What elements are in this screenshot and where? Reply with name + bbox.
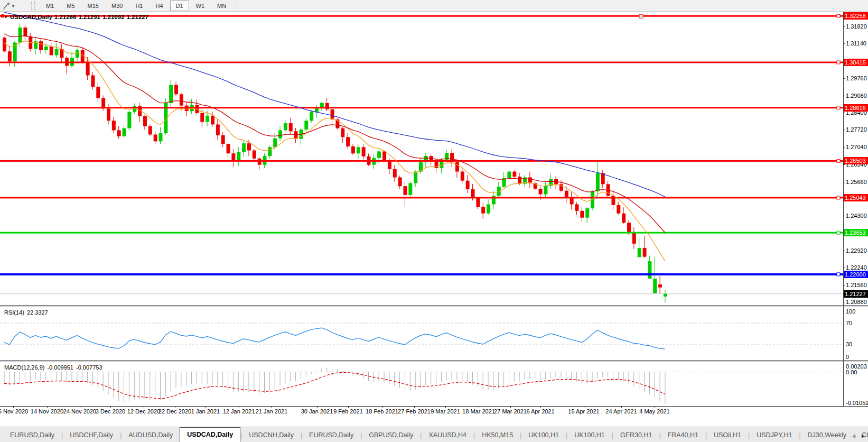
candle-body (476, 198, 480, 207)
candle (632, 227, 636, 249)
cursor-tool-button[interactable]: ▾ (0, 1, 16, 11)
candle (643, 236, 647, 257)
ohlc-high: 1.21291 (78, 14, 100, 20)
candle (357, 144, 360, 159)
time-axis-date: 5 Nov 2020 (0, 408, 28, 415)
rsi-scale-label: 30 (846, 341, 852, 347)
chart-tab-eurusd-daily[interactable]: EURUSD,Daily (3, 428, 61, 442)
candle (419, 158, 423, 174)
candle (190, 99, 194, 114)
chart-tab-uk100-h1[interactable]: UK100,H1 (567, 428, 612, 442)
rsi-splitter-bottom[interactable] (0, 307, 868, 307)
timeframe-button-d1[interactable]: D1 (170, 1, 189, 11)
chart-tab-dj30-weekly[interactable]: DJ30,Weekly (801, 428, 853, 442)
candle-body (237, 152, 240, 161)
horizontal-level-line (0, 160, 843, 162)
timeframe-button-m1[interactable]: M1 (40, 1, 60, 11)
candle-body (148, 126, 152, 135)
tab-scroll-right-icon[interactable]: ► (861, 433, 866, 439)
chart-tab-ger30-h1[interactable]: GER30,H1 (613, 428, 659, 442)
candle (39, 40, 43, 54)
candle (570, 192, 574, 209)
candle (445, 150, 449, 161)
chart-symbol-period: USDCAD,Daily (10, 14, 52, 20)
time-axis-date: 30 Jan 2021 (301, 408, 333, 415)
candle (528, 172, 532, 188)
chart-tab-usdcad-daily[interactable]: USDCAD,Daily (180, 427, 240, 442)
candle (325, 98, 329, 111)
candle-body (154, 134, 157, 141)
macd-splitter-bottom[interactable] (0, 362, 868, 362)
candle-body (664, 294, 667, 297)
time-axis-date: 9 Feb 2021 (333, 408, 363, 415)
chart-tab-uk100-h1[interactable]: UK100,H1 (521, 428, 566, 442)
candle-body (206, 116, 209, 122)
chart-tab-eurusd-daily[interactable]: EURUSD,Daily (302, 428, 360, 442)
price-axis-tick: 1.27040 (846, 144, 868, 150)
candle (76, 45, 79, 63)
price-axis-line (843, 12, 844, 406)
candle (341, 127, 344, 143)
candle-body (346, 137, 350, 146)
candle (237, 147, 240, 166)
chart-tab-usdcnh-daily[interactable]: USDCNH,Daily (242, 428, 301, 442)
candle (512, 170, 516, 179)
time-axis-date: 24 Nov 2020 (63, 408, 96, 415)
toolbar-grip[interactable] (31, 2, 35, 10)
time-axis-date: 18 Mar 2021 (462, 408, 495, 415)
candle (497, 182, 501, 198)
chart-tab-xauusd-h4[interactable]: XAUUSD,H4 (422, 428, 473, 442)
price-chart[interactable] (0, 12, 843, 305)
candle (216, 119, 220, 140)
candle-body (455, 162, 459, 172)
timeframe-button-h4[interactable]: H4 (150, 1, 169, 11)
candle (112, 117, 116, 133)
ohlc-open: 1.21266 (54, 14, 77, 20)
mt4-window: ▾ M1M5M15M30H1H4D1W1MN ▼USDCAD,Daily1.21… (0, 0, 868, 442)
candle (60, 44, 63, 63)
time-axis-date: 12 Dec 2020 (127, 408, 160, 415)
macd-scale-label: 0.00203 (846, 363, 867, 370)
macd-splitter-top[interactable] (0, 360, 868, 361)
chart-expand-icon[interactable]: ▼ (4, 15, 8, 20)
chart-tab-usoil-h1[interactable]: USOil,H1 (707, 428, 748, 442)
line-end-handle (837, 159, 840, 162)
candle (34, 37, 38, 54)
candle-body (539, 189, 543, 194)
price-axis-tick: 1.31820 (846, 23, 868, 30)
macd-panel[interactable] (0, 362, 843, 406)
timeframe-button-m5[interactable]: M5 (61, 1, 80, 11)
timeframe-button-m15[interactable]: M15 (82, 1, 105, 11)
tool-dropdown-arrow-icon[interactable]: ▾ (12, 4, 14, 8)
candle (664, 289, 667, 302)
chart-tab-usdchf-daily[interactable]: USDCHF,Daily (63, 428, 120, 442)
chart-tab-fra40-h1[interactable]: FRA40,H1 (661, 428, 705, 442)
chart-tab-usdjpy-h1[interactable]: USDJPY,H1 (750, 428, 799, 442)
rsi-splitter-top[interactable] (0, 305, 868, 306)
timeframe-button-mn[interactable]: MN (211, 1, 232, 11)
timeframe-button-h1[interactable]: H1 (129, 1, 148, 11)
candle-body (461, 172, 464, 181)
rsi-value: 22.3327 (27, 309, 48, 316)
timeframe-button-w1[interactable]: W1 (190, 1, 211, 11)
candle-body (580, 211, 584, 218)
time-axis-date: 6 Apr 2021 (526, 408, 554, 415)
candle-body (253, 150, 256, 158)
candle-body (408, 183, 412, 195)
candle (289, 118, 293, 135)
candle-body (310, 112, 313, 121)
timeframe-button-m30[interactable]: M30 (106, 1, 128, 11)
candle-body (512, 172, 516, 177)
tab-scroll-left-icon[interactable]: ◄ (851, 433, 856, 439)
candle (523, 175, 527, 187)
rsi-panel[interactable] (0, 307, 843, 360)
candle (159, 127, 163, 144)
chart-tab-audusd-daily[interactable]: AUDUSD,Daily (122, 428, 180, 442)
price-axis-tick: 1.22920 (846, 247, 868, 254)
chart-top-border (0, 12, 868, 12)
candle (658, 276, 662, 293)
macd-main-value: -0.009951 (47, 364, 73, 371)
chart-tab-hk50-m15[interactable]: HK50,M15 (475, 428, 520, 442)
current-price-badge: 1.21227 (844, 290, 868, 298)
chart-tab-gbpusd-daily[interactable]: GBPUSD,Daily (362, 428, 420, 442)
